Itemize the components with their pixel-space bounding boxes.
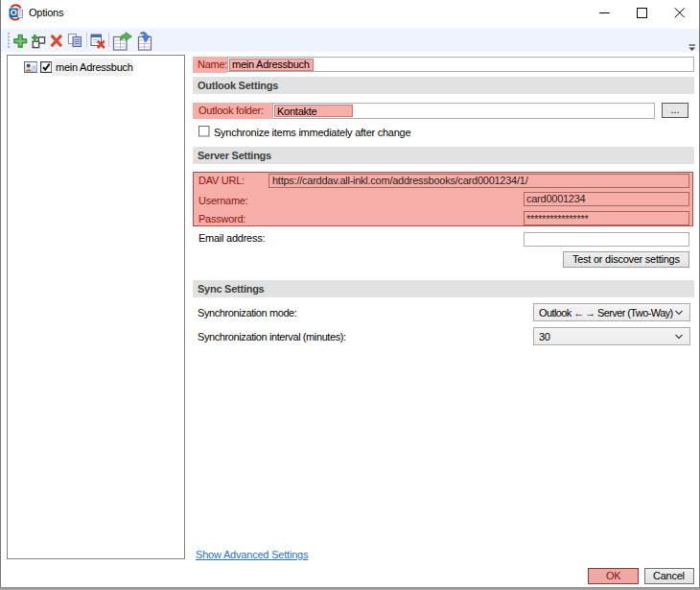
svg-text:O: O <box>11 8 17 17</box>
